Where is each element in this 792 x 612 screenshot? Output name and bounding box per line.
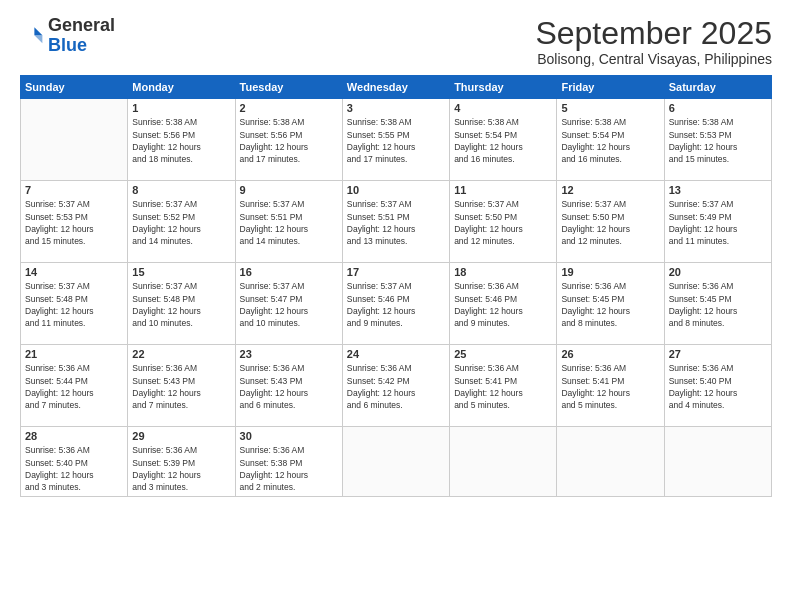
weekday-header-monday: Monday bbox=[128, 76, 235, 99]
calendar-cell: 8Sunrise: 5:37 AM Sunset: 5:52 PM Daylig… bbox=[128, 181, 235, 263]
calendar-cell: 14Sunrise: 5:37 AM Sunset: 5:48 PM Dayli… bbox=[21, 263, 128, 345]
day-info: Sunrise: 5:38 AM Sunset: 5:54 PM Dayligh… bbox=[454, 116, 552, 165]
weekday-header-tuesday: Tuesday bbox=[235, 76, 342, 99]
day-number: 30 bbox=[240, 430, 338, 442]
svg-marker-1 bbox=[34, 35, 42, 43]
day-number: 21 bbox=[25, 348, 123, 360]
calendar-cell: 1Sunrise: 5:38 AM Sunset: 5:56 PM Daylig… bbox=[128, 99, 235, 181]
day-info: Sunrise: 5:37 AM Sunset: 5:46 PM Dayligh… bbox=[347, 280, 445, 329]
day-number: 12 bbox=[561, 184, 659, 196]
week-row-3: 14Sunrise: 5:37 AM Sunset: 5:48 PM Dayli… bbox=[21, 263, 772, 345]
day-number: 6 bbox=[669, 102, 767, 114]
calendar-cell: 30Sunrise: 5:36 AM Sunset: 5:38 PM Dayli… bbox=[235, 427, 342, 497]
day-number: 29 bbox=[132, 430, 230, 442]
calendar-cell: 4Sunrise: 5:38 AM Sunset: 5:54 PM Daylig… bbox=[450, 99, 557, 181]
day-number: 14 bbox=[25, 266, 123, 278]
calendar-cell: 27Sunrise: 5:36 AM Sunset: 5:40 PM Dayli… bbox=[664, 345, 771, 427]
calendar-cell bbox=[21, 99, 128, 181]
day-number: 20 bbox=[669, 266, 767, 278]
calendar-cell: 28Sunrise: 5:36 AM Sunset: 5:40 PM Dayli… bbox=[21, 427, 128, 497]
day-number: 1 bbox=[132, 102, 230, 114]
calendar-cell bbox=[342, 427, 449, 497]
day-number: 23 bbox=[240, 348, 338, 360]
day-number: 18 bbox=[454, 266, 552, 278]
day-number: 22 bbox=[132, 348, 230, 360]
header: General Blue September 2025 Bolisong, Ce… bbox=[20, 16, 772, 67]
calendar-cell: 11Sunrise: 5:37 AM Sunset: 5:50 PM Dayli… bbox=[450, 181, 557, 263]
day-info: Sunrise: 5:37 AM Sunset: 5:53 PM Dayligh… bbox=[25, 198, 123, 247]
week-row-4: 21Sunrise: 5:36 AM Sunset: 5:44 PM Dayli… bbox=[21, 345, 772, 427]
day-info: Sunrise: 5:37 AM Sunset: 5:50 PM Dayligh… bbox=[454, 198, 552, 247]
day-info: Sunrise: 5:36 AM Sunset: 5:40 PM Dayligh… bbox=[25, 444, 123, 493]
calendar-cell: 25Sunrise: 5:36 AM Sunset: 5:41 PM Dayli… bbox=[450, 345, 557, 427]
day-number: 2 bbox=[240, 102, 338, 114]
day-info: Sunrise: 5:37 AM Sunset: 5:51 PM Dayligh… bbox=[347, 198, 445, 247]
calendar-cell: 22Sunrise: 5:36 AM Sunset: 5:43 PM Dayli… bbox=[128, 345, 235, 427]
day-info: Sunrise: 5:37 AM Sunset: 5:49 PM Dayligh… bbox=[669, 198, 767, 247]
calendar-cell: 10Sunrise: 5:37 AM Sunset: 5:51 PM Dayli… bbox=[342, 181, 449, 263]
calendar-cell: 3Sunrise: 5:38 AM Sunset: 5:55 PM Daylig… bbox=[342, 99, 449, 181]
day-number: 11 bbox=[454, 184, 552, 196]
day-info: Sunrise: 5:38 AM Sunset: 5:56 PM Dayligh… bbox=[240, 116, 338, 165]
day-info: Sunrise: 5:36 AM Sunset: 5:43 PM Dayligh… bbox=[240, 362, 338, 411]
day-info: Sunrise: 5:36 AM Sunset: 5:40 PM Dayligh… bbox=[669, 362, 767, 411]
weekday-header-row: SundayMondayTuesdayWednesdayThursdayFrid… bbox=[21, 76, 772, 99]
calendar-cell: 21Sunrise: 5:36 AM Sunset: 5:44 PM Dayli… bbox=[21, 345, 128, 427]
day-info: Sunrise: 5:37 AM Sunset: 5:51 PM Dayligh… bbox=[240, 198, 338, 247]
logo-general-text: General bbox=[48, 15, 115, 35]
day-info: Sunrise: 5:36 AM Sunset: 5:46 PM Dayligh… bbox=[454, 280, 552, 329]
weekday-header-wednesday: Wednesday bbox=[342, 76, 449, 99]
calendar-cell bbox=[557, 427, 664, 497]
day-info: Sunrise: 5:38 AM Sunset: 5:56 PM Dayligh… bbox=[132, 116, 230, 165]
logo-icon bbox=[20, 24, 44, 48]
weekday-header-thursday: Thursday bbox=[450, 76, 557, 99]
day-number: 3 bbox=[347, 102, 445, 114]
day-info: Sunrise: 5:36 AM Sunset: 5:39 PM Dayligh… bbox=[132, 444, 230, 493]
day-info: Sunrise: 5:37 AM Sunset: 5:47 PM Dayligh… bbox=[240, 280, 338, 329]
logo: General Blue bbox=[20, 16, 115, 56]
calendar-cell: 17Sunrise: 5:37 AM Sunset: 5:46 PM Dayli… bbox=[342, 263, 449, 345]
weekday-header-sunday: Sunday bbox=[21, 76, 128, 99]
calendar-cell: 7Sunrise: 5:37 AM Sunset: 5:53 PM Daylig… bbox=[21, 181, 128, 263]
weekday-header-saturday: Saturday bbox=[664, 76, 771, 99]
week-row-2: 7Sunrise: 5:37 AM Sunset: 5:53 PM Daylig… bbox=[21, 181, 772, 263]
day-info: Sunrise: 5:36 AM Sunset: 5:41 PM Dayligh… bbox=[561, 362, 659, 411]
day-number: 7 bbox=[25, 184, 123, 196]
day-number: 4 bbox=[454, 102, 552, 114]
calendar-cell: 18Sunrise: 5:36 AM Sunset: 5:46 PM Dayli… bbox=[450, 263, 557, 345]
svg-marker-0 bbox=[34, 27, 42, 35]
week-row-1: 1Sunrise: 5:38 AM Sunset: 5:56 PM Daylig… bbox=[21, 99, 772, 181]
weekday-header-friday: Friday bbox=[557, 76, 664, 99]
day-number: 25 bbox=[454, 348, 552, 360]
day-info: Sunrise: 5:36 AM Sunset: 5:45 PM Dayligh… bbox=[561, 280, 659, 329]
day-info: Sunrise: 5:36 AM Sunset: 5:43 PM Dayligh… bbox=[132, 362, 230, 411]
day-info: Sunrise: 5:38 AM Sunset: 5:54 PM Dayligh… bbox=[561, 116, 659, 165]
day-info: Sunrise: 5:36 AM Sunset: 5:42 PM Dayligh… bbox=[347, 362, 445, 411]
day-info: Sunrise: 5:37 AM Sunset: 5:50 PM Dayligh… bbox=[561, 198, 659, 247]
calendar-cell: 29Sunrise: 5:36 AM Sunset: 5:39 PM Dayli… bbox=[128, 427, 235, 497]
day-info: Sunrise: 5:37 AM Sunset: 5:52 PM Dayligh… bbox=[132, 198, 230, 247]
day-info: Sunrise: 5:36 AM Sunset: 5:44 PM Dayligh… bbox=[25, 362, 123, 411]
day-number: 27 bbox=[669, 348, 767, 360]
day-number: 16 bbox=[240, 266, 338, 278]
calendar-cell: 6Sunrise: 5:38 AM Sunset: 5:53 PM Daylig… bbox=[664, 99, 771, 181]
logo-blue-text: Blue bbox=[48, 35, 87, 55]
calendar-cell bbox=[664, 427, 771, 497]
calendar-cell: 24Sunrise: 5:36 AM Sunset: 5:42 PM Dayli… bbox=[342, 345, 449, 427]
day-info: Sunrise: 5:37 AM Sunset: 5:48 PM Dayligh… bbox=[132, 280, 230, 329]
day-info: Sunrise: 5:36 AM Sunset: 5:38 PM Dayligh… bbox=[240, 444, 338, 493]
calendar-cell: 9Sunrise: 5:37 AM Sunset: 5:51 PM Daylig… bbox=[235, 181, 342, 263]
calendar-cell: 16Sunrise: 5:37 AM Sunset: 5:47 PM Dayli… bbox=[235, 263, 342, 345]
day-number: 13 bbox=[669, 184, 767, 196]
day-number: 10 bbox=[347, 184, 445, 196]
day-number: 9 bbox=[240, 184, 338, 196]
calendar-cell: 5Sunrise: 5:38 AM Sunset: 5:54 PM Daylig… bbox=[557, 99, 664, 181]
week-row-5: 28Sunrise: 5:36 AM Sunset: 5:40 PM Dayli… bbox=[21, 427, 772, 497]
calendar: SundayMondayTuesdayWednesdayThursdayFrid… bbox=[20, 75, 772, 497]
day-number: 15 bbox=[132, 266, 230, 278]
calendar-cell: 15Sunrise: 5:37 AM Sunset: 5:48 PM Dayli… bbox=[128, 263, 235, 345]
calendar-cell: 20Sunrise: 5:36 AM Sunset: 5:45 PM Dayli… bbox=[664, 263, 771, 345]
day-number: 26 bbox=[561, 348, 659, 360]
day-info: Sunrise: 5:38 AM Sunset: 5:55 PM Dayligh… bbox=[347, 116, 445, 165]
calendar-cell bbox=[450, 427, 557, 497]
